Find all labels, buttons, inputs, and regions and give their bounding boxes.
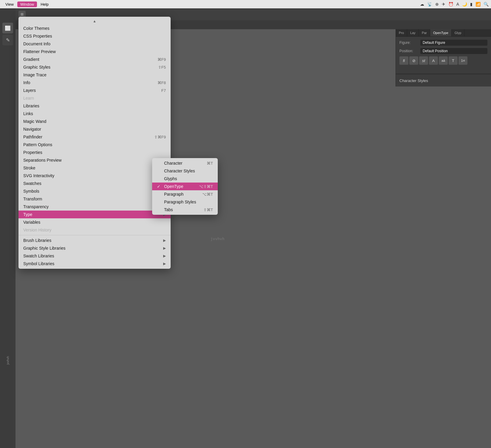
menu-pattern-options[interactable]: Pattern Options bbox=[18, 141, 171, 149]
menu-libraries[interactable]: Libraries bbox=[18, 102, 171, 110]
submenu-character-label: Character bbox=[164, 161, 204, 166]
submenu-character[interactable]: Character ⌘T bbox=[152, 159, 218, 167]
menu-version-history: Version History bbox=[18, 226, 171, 234]
menu-transparency[interactable]: Transparency ⇧⌘F10 bbox=[18, 203, 171, 211]
menu-variables[interactable]: Variables bbox=[18, 218, 171, 226]
menu-document-info[interactable]: Document Info bbox=[18, 40, 171, 48]
menu-svg-interactivity[interactable]: SVG Interactivity bbox=[18, 172, 171, 180]
submenu-paragraph-shortcut: ⌥⌘T bbox=[202, 192, 213, 197]
menu-magic-wand[interactable]: Magic Wand bbox=[18, 118, 171, 125]
ordinal-icon-btn[interactable]: 1st bbox=[458, 56, 467, 65]
menubar-view[interactable]: View bbox=[2, 1, 17, 7]
menu-image-trace[interactable]: Image Trace bbox=[18, 71, 171, 79]
menu-color-themes[interactable]: Color Themes bbox=[18, 24, 171, 32]
system-icon-7: 🌙 bbox=[462, 2, 467, 7]
toolbar-tool-2[interactable]: ✎ bbox=[2, 35, 13, 45]
submenu-opentype-shortcut: ⌥⇧⌘T bbox=[199, 184, 213, 189]
canvas-label: jvvhvh bbox=[6, 356, 10, 364]
char-styles-panel: Character Styles bbox=[396, 74, 491, 86]
menu-symbol-libraries[interactable]: Symbol Libraries ▶ bbox=[18, 260, 171, 268]
submenu-character-styles[interactable]: Character Styles bbox=[152, 167, 218, 175]
menu-separator-1 bbox=[18, 235, 171, 235]
menu-stroke[interactable]: Stroke ⌘F10 bbox=[18, 164, 171, 172]
submenu-glyphs[interactable]: Glyphs bbox=[152, 175, 218, 183]
submenu-paragraph-label: Paragraph bbox=[164, 192, 200, 197]
tab-lay[interactable]: Lay bbox=[407, 29, 419, 36]
search-icon[interactable]: 🔍 bbox=[484, 2, 489, 7]
menu-symbols[interactable]: Symbols ⇧⌘F11 bbox=[18, 187, 171, 195]
character-check bbox=[157, 161, 162, 166]
submenu-opentype[interactable]: ✓ OpenType ⌥⇧⌘T bbox=[152, 183, 218, 190]
submenu-opentype-label: OpenType bbox=[164, 184, 197, 189]
submenu-paragraph[interactable]: Paragraph ⌥⌘T bbox=[152, 190, 218, 198]
t-icon-btn[interactable]: T bbox=[449, 56, 458, 65]
window-dropdown-menu: ▲ Color Themes CSS Properties Document I… bbox=[18, 17, 171, 269]
canvas-content: jvvhvh bbox=[211, 237, 225, 241]
aa-icon-btn[interactable]: aā bbox=[439, 56, 448, 65]
system-icon-2: 📡 bbox=[427, 2, 432, 7]
menubar: View Window Help ☁ 📡 ⊕ ✈ ⏰ A 🌙 ▮ 📶 🔍 bbox=[0, 0, 491, 8]
menu-swatches[interactable]: Swatches bbox=[18, 180, 171, 187]
menu-graphic-style-libraries[interactable]: Graphic Style Libraries ▶ bbox=[18, 244, 171, 252]
tab-opentype[interactable]: OpenType bbox=[430, 29, 452, 36]
menu-flattener-preview[interactable]: Flattener Preview bbox=[18, 48, 171, 55]
menu-brush-libraries[interactable]: Brush Libraries ▶ bbox=[18, 237, 171, 244]
menu-graphic-styles[interactable]: Graphic Styles ⇧F5 bbox=[18, 63, 171, 71]
type-submenu: Character ⌘T Character Styles Glyphs ✓ O… bbox=[152, 158, 218, 215]
menubar-items: View Window Help bbox=[2, 1, 52, 7]
tab-par[interactable]: Par bbox=[419, 29, 430, 36]
opentype-icons-row: fi ⊘ st A aā T 1st bbox=[399, 56, 487, 65]
position-value[interactable]: Default Position bbox=[420, 48, 487, 54]
character-styles-check bbox=[157, 169, 162, 173]
battery-icon: ▮ bbox=[470, 2, 473, 7]
submenu-paragraph-styles[interactable]: Paragraph Styles bbox=[152, 198, 218, 206]
menu-layers[interactable]: Layers F7 bbox=[18, 86, 171, 94]
tab-glyp[interactable]: Glyp bbox=[452, 29, 465, 36]
figure-label: Figure: bbox=[399, 41, 420, 45]
system-icon-1: ☁ bbox=[420, 2, 424, 7]
menu-navigator[interactable]: Navigator bbox=[18, 125, 171, 133]
toolbar-tool-1[interactable]: ⬜ bbox=[2, 23, 13, 33]
submenu-character-shortcut: ⌘T bbox=[207, 161, 213, 166]
ligature-icon-btn[interactable]: fi bbox=[399, 56, 408, 65]
opentype-body: Figure: Default Figure Position: Default… bbox=[396, 37, 491, 68]
left-toolbar: ⬜ ✎ jvvhvh bbox=[0, 8, 16, 448]
system-icon-5: ⏰ bbox=[448, 2, 453, 7]
submenu-glyphs-label: Glyphs bbox=[164, 176, 213, 181]
menu-info[interactable]: Info ⌘F8 bbox=[18, 79, 171, 86]
menubar-system-icons: ☁ 📡 ⊕ ✈ ⏰ A 🌙 ▮ 📶 🔍 bbox=[420, 0, 489, 8]
glyphs-check bbox=[157, 176, 162, 181]
menu-transform[interactable]: Transform ⇧F8 bbox=[18, 195, 171, 203]
menu-links[interactable]: Links bbox=[18, 110, 171, 118]
submenu-tabs-shortcut: ⇧⌘T bbox=[203, 208, 213, 212]
menu-gradient[interactable]: Gradient ⌘F9 bbox=[18, 55, 171, 63]
menu-css-properties[interactable]: CSS Properties bbox=[18, 32, 171, 40]
menu-collapse-arrow[interactable]: ▲ bbox=[18, 18, 171, 24]
tabs-check bbox=[157, 207, 162, 212]
char-styles-title: Character Styles bbox=[399, 78, 428, 83]
opentype-check: ✓ bbox=[157, 184, 162, 189]
menu-learn: Learn bbox=[18, 94, 171, 102]
menu-properties[interactable]: Properties bbox=[18, 149, 171, 156]
menubar-window[interactable]: Window bbox=[17, 1, 37, 7]
menu-pathfinder[interactable]: Pathfinder ⇧⌘F9 bbox=[18, 133, 171, 141]
caps-icon-btn[interactable]: A bbox=[429, 56, 438, 65]
submenu-paragraph-styles-label: Paragraph Styles bbox=[164, 200, 213, 204]
slash-icon-btn[interactable]: ⊘ bbox=[409, 56, 418, 65]
paragraph-styles-check bbox=[157, 200, 162, 204]
position-row: Position: Default Position bbox=[399, 48, 487, 54]
position-label: Position: bbox=[399, 49, 420, 53]
system-icon-3: ⊕ bbox=[435, 2, 439, 7]
submenu-character-styles-label: Character Styles bbox=[164, 169, 213, 173]
wifi-icon: 📶 bbox=[475, 2, 481, 7]
tab-pro[interactable]: Pro bbox=[396, 29, 407, 36]
menubar-help[interactable]: Help bbox=[38, 1, 52, 7]
opentype-tabs: Pro Lay Par OpenType Glyp bbox=[396, 29, 491, 37]
system-icon-6: A bbox=[456, 2, 459, 7]
menu-separations-preview[interactable]: Separations Preview bbox=[18, 156, 171, 164]
figure-value[interactable]: Default Figure bbox=[420, 40, 487, 46]
menu-type[interactable]: Type ▶ bbox=[18, 211, 171, 218]
submenu-tabs[interactable]: Tabs ⇧⌘T bbox=[152, 206, 218, 214]
menu-swatch-libraries[interactable]: Swatch Libraries ▶ bbox=[18, 252, 171, 260]
st-icon-btn[interactable]: st bbox=[419, 56, 428, 65]
